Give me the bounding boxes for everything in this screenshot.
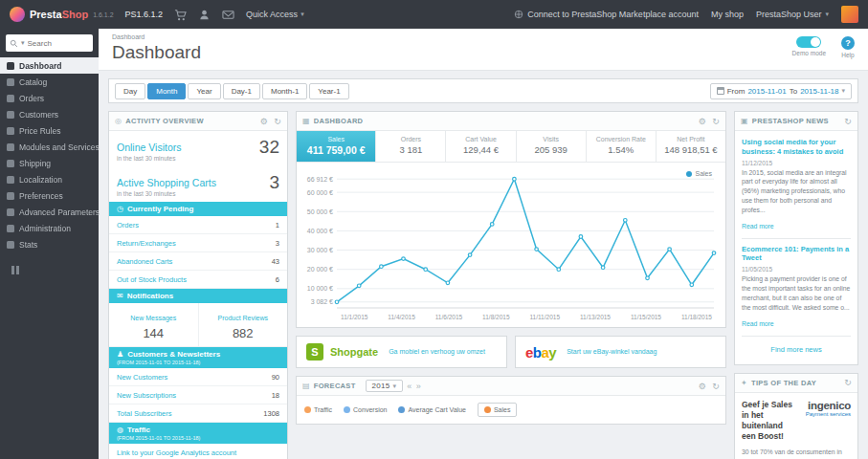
total-subscribers-link[interactable]: Total Subscribers bbox=[117, 409, 172, 418]
dashboard-panel-title: Dashboard bbox=[314, 117, 363, 125]
sidebar-item-price-rules[interactable]: Price Rules bbox=[0, 122, 99, 139]
date-range-picker[interactable]: From 2015-11-01 To 2015-11-18 ▾ bbox=[710, 83, 852, 99]
search-input[interactable] bbox=[28, 39, 89, 48]
prestashop-logo[interactable]: PrestaShop 1.6.1.2 bbox=[10, 7, 114, 22]
filter-day-1-button[interactable]: Day-1 bbox=[223, 83, 260, 99]
administration-icon bbox=[7, 225, 14, 232]
news-article-link[interactable]: Using social media for your business: 4 … bbox=[742, 138, 851, 157]
help-label: Help bbox=[841, 52, 855, 58]
sidebar-collapse-button[interactable] bbox=[11, 266, 99, 274]
sidebar-item-modules-and-services[interactable]: Modules and Services bbox=[0, 139, 99, 155]
news-title: PrestaShop News bbox=[752, 117, 829, 125]
sidebar-item-customers[interactable]: Customers bbox=[0, 106, 99, 122]
sidebar-item-dashboard[interactable]: Dashboard bbox=[0, 57, 99, 74]
news-article-date: 11/05/2015 bbox=[742, 266, 851, 273]
ebay-link[interactable]: Start uw eBay-winkel vandaag bbox=[567, 348, 657, 356]
google-analytics-link[interactable]: Link to your Google Analytics account bbox=[117, 448, 236, 457]
demo-mode-toggle[interactable] bbox=[796, 36, 821, 48]
sidebar-item-orders[interactable]: Orders bbox=[0, 90, 99, 106]
read-more-link[interactable]: Read more bbox=[742, 320, 774, 327]
refresh-icon[interactable]: ↻ bbox=[712, 382, 720, 391]
help-button[interactable]: ? Help bbox=[841, 36, 855, 58]
shop-version-tag: PS1.6.1.2 bbox=[125, 10, 164, 19]
kpi-cart-value[interactable]: Cart Value 129,44 € bbox=[446, 131, 516, 162]
refresh-icon[interactable]: ↻ bbox=[844, 117, 852, 126]
filter-year-1-button[interactable]: Year-1 bbox=[309, 83, 348, 99]
sidebar-item-localization[interactable]: Localization bbox=[0, 171, 99, 187]
active-carts-link[interactable]: Active Shopping Carts bbox=[117, 177, 216, 188]
divider bbox=[742, 336, 851, 337]
sidebar-search[interactable]: ▾ bbox=[6, 34, 93, 52]
forecast-year-select[interactable]: 2015▾ bbox=[366, 380, 404, 392]
sidebar-item-preferences[interactable]: Preferences bbox=[0, 187, 99, 204]
pending-orders-link[interactable]: Orders bbox=[117, 221, 139, 230]
sidebar-item-stats[interactable]: Stats bbox=[0, 236, 99, 252]
forecast-next-button[interactable]: » bbox=[416, 382, 421, 391]
demo-mode-label: Demo mode bbox=[792, 50, 826, 56]
legend-average-cart-value[interactable]: Average Cart Value bbox=[398, 406, 465, 413]
kpi-sales[interactable]: Sales 411 759,00 € bbox=[297, 131, 376, 162]
legend-sales[interactable]: Sales bbox=[478, 403, 518, 417]
orders-icon bbox=[7, 95, 14, 102]
quick-access-menu[interactable]: Quick Access▾ bbox=[246, 10, 304, 19]
customer-notification-icon[interactable] bbox=[198, 9, 211, 21]
activity-overview-panel: ◎ Activity overview ⚙ ↻ Online Visitors … bbox=[108, 111, 288, 459]
refresh-icon[interactable]: ↻ bbox=[844, 378, 852, 387]
breadcrumb[interactable]: Dashboard bbox=[112, 33, 201, 40]
chart-legend-sales[interactable]: Sales bbox=[686, 170, 712, 177]
gear-icon[interactable]: ⚙ bbox=[699, 117, 706, 126]
sidebar-item-catalog[interactable]: Catalog bbox=[0, 74, 99, 90]
online-visitors-link[interactable]: Online Visitors bbox=[117, 142, 182, 153]
sidebar-item-administration[interactable]: Administration bbox=[0, 220, 99, 236]
svg-text:66 912 €: 66 912 € bbox=[307, 176, 333, 183]
brand-version: 1.6.1.2 bbox=[93, 11, 113, 18]
traffic-header: ◍Traffic (FROM 2015-11-01 TO 2015-11-18) bbox=[109, 423, 287, 444]
advanced-parameters-icon bbox=[7, 208, 14, 216]
marketplace-link[interactable]: Connect to PrestaShop Marketplace accoun… bbox=[514, 10, 699, 19]
read-more-link[interactable]: Read more bbox=[742, 223, 774, 230]
shopgate-logo-icon: S bbox=[306, 343, 323, 361]
find-more-news-link[interactable]: Find more news bbox=[742, 342, 851, 361]
new-subscriptions-link[interactable]: New Subscriptions bbox=[117, 391, 176, 400]
gear-icon[interactable]: ⚙ bbox=[260, 117, 268, 126]
new-messages-value: 144 bbox=[111, 326, 196, 340]
legend-traffic[interactable]: Traffic bbox=[304, 406, 332, 413]
filter-month-1-button[interactable]: Month-1 bbox=[262, 83, 307, 99]
legend-dot-icon bbox=[686, 171, 692, 177]
filter-month-button[interactable]: Month bbox=[147, 83, 186, 99]
kpi-visits[interactable]: Visits 205 939 bbox=[517, 131, 587, 162]
return-exchanges-link[interactable]: Return/Exchanges bbox=[117, 239, 176, 248]
sidebar-item-shipping[interactable]: Shipping bbox=[0, 155, 99, 171]
product-reviews-cell[interactable]: Product Reviews 882 bbox=[198, 303, 288, 346]
legend-conversion[interactable]: Conversion bbox=[344, 406, 387, 413]
avatar[interactable] bbox=[841, 6, 858, 23]
new-messages-cell[interactable]: New Messages 144 bbox=[109, 303, 198, 346]
forecast-prev-button[interactable]: « bbox=[407, 382, 412, 391]
abandoned-carts-link[interactable]: Abandoned Carts bbox=[117, 257, 172, 266]
filter-day-button[interactable]: Day bbox=[115, 83, 145, 99]
return-exchanges-row: Return/Exchanges 3 bbox=[109, 234, 287, 252]
sales-chart: Sales 3 082 €10 000 €20 000 €30 000 €40 … bbox=[297, 163, 725, 327]
forecast-legend: Traffic Conversion Average Cart Value Sa… bbox=[297, 396, 725, 424]
sidebar-item-advanced-parameters[interactable]: Advanced Parameters bbox=[0, 204, 99, 220]
gear-icon[interactable]: ⚙ bbox=[699, 382, 706, 391]
shopgate-link[interactable]: Ga mobiel en verhoog uw omzet bbox=[389, 348, 485, 356]
catalog-icon bbox=[7, 78, 14, 86]
news-article-link[interactable]: Ecommerce 101: Payments in a Tweet bbox=[742, 245, 851, 264]
kpi-conversion-rate[interactable]: Conversion Rate 1.54% bbox=[587, 131, 657, 162]
cart-notification-icon[interactable] bbox=[174, 9, 187, 21]
refresh-icon[interactable]: ↻ bbox=[712, 117, 720, 126]
shopgate-module-card[interactable]: S Shopgate Ga mobiel en verhoog uw omzet bbox=[296, 336, 507, 368]
filter-year-button[interactable]: Year bbox=[188, 83, 220, 99]
out-of-stock-link[interactable]: Out of Stock Products bbox=[117, 275, 187, 284]
new-customers-link[interactable]: New Customers bbox=[117, 373, 167, 382]
ebay-module-card[interactable]: ebay Start uw eBay-winkel vandaag bbox=[515, 336, 726, 368]
kpi-orders[interactable]: Orders 3 181 bbox=[376, 131, 446, 162]
refresh-icon[interactable]: ↻ bbox=[274, 117, 281, 126]
user-menu[interactable]: PrestaShop User▾ bbox=[756, 10, 829, 19]
tips-body-text: 30 tot 70% van de consumenten in Europa … bbox=[742, 448, 851, 459]
my-shop-link[interactable]: My shop bbox=[711, 10, 744, 19]
kpi-net-profit[interactable]: Net Profit 148 918,51 € bbox=[657, 131, 725, 162]
sales-chart-svg: 3 082 €10 000 €20 000 €30 000 €40 000 €5… bbox=[302, 168, 720, 312]
message-notification-icon[interactable] bbox=[222, 9, 234, 21]
